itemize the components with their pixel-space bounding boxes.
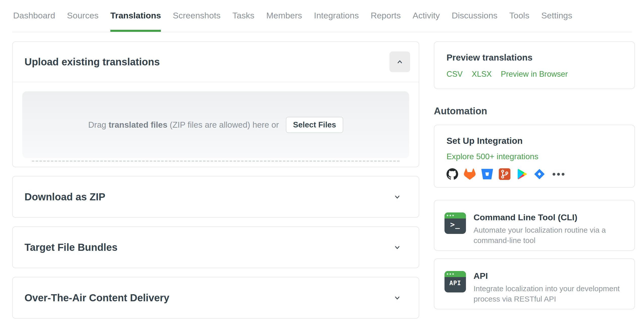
git-icon[interactable] <box>499 168 510 180</box>
upload-card-header: Upload existing translations <box>13 42 419 82</box>
integration-icon-row <box>447 168 622 180</box>
tab-settings[interactable]: Settings <box>541 10 572 32</box>
automation-heading: Automation <box>434 106 635 117</box>
cli-tool-description: Automate your localization routine via a… <box>474 225 624 246</box>
google-play-icon[interactable] <box>516 168 528 180</box>
nav-divider <box>12 32 632 32</box>
api-description: Integrate localization into your develop… <box>474 283 624 304</box>
over-the-air-section[interactable]: Over-The-Air Content Delivery <box>12 277 419 319</box>
gitlab-icon[interactable] <box>464 168 476 180</box>
main-column: Upload existing translations Drag transl… <box>12 41 419 319</box>
cli-tool-title: Command Line Tool (CLI) <box>474 212 624 222</box>
jira-icon[interactable] <box>534 168 545 180</box>
preview-in-browser-link[interactable]: Preview in Browser <box>501 70 568 79</box>
csv-link[interactable]: CSV <box>447 70 463 79</box>
tab-screenshots[interactable]: Screenshots <box>173 10 220 32</box>
tab-reports[interactable]: Reports <box>371 10 401 32</box>
preview-translations-title: Preview translations <box>447 52 622 63</box>
tab-tools[interactable]: Tools <box>509 10 529 32</box>
bitbucket-icon[interactable] <box>481 168 493 180</box>
chevron-down-icon[interactable] <box>393 294 401 302</box>
set-up-integration-title: Set Up Integration <box>447 136 622 146</box>
tab-activity[interactable]: Activity <box>413 10 440 32</box>
api-text: API Integrate localization into your dev… <box>474 271 624 297</box>
tab-discussions[interactable]: Discussions <box>452 10 497 32</box>
tab-members[interactable]: Members <box>266 10 302 32</box>
explore-integrations-link[interactable]: Explore 500+ integrations <box>447 152 538 161</box>
download-as-zip-section[interactable]: Download as ZIP <box>12 176 419 218</box>
xlsx-link[interactable]: XLSX <box>472 70 492 79</box>
upload-card-body: Drag translated files (ZIP files are all… <box>13 82 419 162</box>
github-icon[interactable] <box>447 168 458 180</box>
dropzone-text: Drag translated files (ZIP files are all… <box>88 120 279 130</box>
cli-tool-card[interactable]: >_ Command Line Tool (CLI) Automate your… <box>434 200 635 251</box>
upload-existing-translations-card: Upload existing translations Drag transl… <box>12 41 419 167</box>
section-title: Over-The-Air Content Delivery <box>24 292 169 304</box>
target-file-bundles-section[interactable]: Target File Bundles <box>12 226 419 268</box>
tab-sources[interactable]: Sources <box>67 10 98 32</box>
tab-dashboard[interactable]: Dashboard <box>13 10 55 32</box>
collapse-button[interactable] <box>389 51 410 72</box>
project-nav: Dashboard Sources Translations Screensho… <box>0 0 644 32</box>
dropzone-dashed-divider <box>32 160 400 162</box>
upload-card-title: Upload existing translations <box>24 56 160 68</box>
section-title: Download as ZIP <box>24 191 105 203</box>
chevron-down-icon[interactable] <box>393 243 401 251</box>
set-up-integration-card: Set Up Integration Explore 500+ integrat… <box>434 125 635 188</box>
api-title: API <box>474 271 624 281</box>
preview-links: CSV XLSX Preview in Browser <box>447 70 622 79</box>
tab-translations[interactable]: Translations <box>110 10 161 32</box>
chevron-down-icon[interactable] <box>393 193 401 201</box>
cli-tool-text: Command Line Tool (CLI) Automate your lo… <box>474 212 624 238</box>
api-icon: API <box>444 271 466 292</box>
file-dropzone[interactable]: Drag translated files (ZIP files are all… <box>22 91 409 158</box>
terminal-icon: >_ <box>444 212 466 234</box>
chevron-up-icon <box>396 58 404 66</box>
section-title: Target File Bundles <box>24 242 117 253</box>
api-card[interactable]: API API Integrate localization into your… <box>434 258 635 309</box>
tab-integrations[interactable]: Integrations <box>314 10 359 32</box>
preview-translations-card: Preview translations CSV XLSX Preview in… <box>434 41 635 89</box>
select-files-button[interactable]: Select Files <box>286 117 343 133</box>
more-integrations-icon[interactable] <box>551 173 564 176</box>
tab-tasks[interactable]: Tasks <box>232 10 254 32</box>
sidebar: Preview translations CSV XLSX Preview in… <box>434 41 635 319</box>
